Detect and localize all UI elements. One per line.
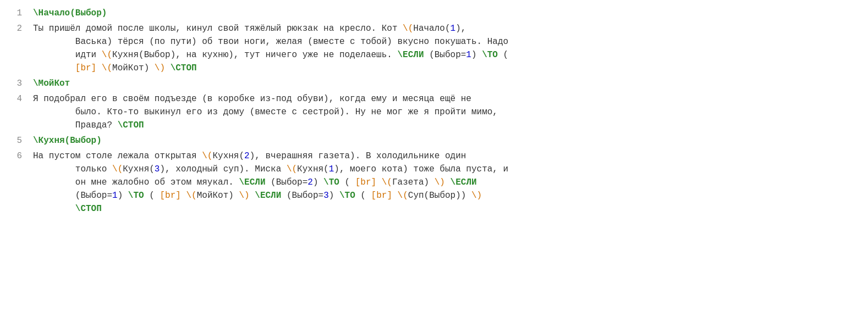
line-number: 2 bbox=[0, 22, 33, 35]
line-content: \Начало(Выбор) bbox=[33, 7, 868, 20]
code-editor: 1\Начало(Выбор)2Ты пришёл домой после шк… bbox=[0, 0, 868, 311]
line-number: 5 bbox=[0, 134, 33, 147]
line-number: 4 bbox=[0, 92, 33, 105]
line-number: 6 bbox=[0, 149, 33, 163]
line-number: 3 bbox=[0, 77, 33, 90]
table-row: 5\Кухня(Выбор) bbox=[0, 133, 868, 148]
line-content: \МойКот bbox=[33, 77, 868, 90]
table-row: 4Я подобрал его в своём подъезде (в коро… bbox=[0, 91, 868, 133]
line-content: Я подобрал его в своём подъезде (в короб… bbox=[33, 92, 868, 132]
line-content: Ты пришёл домой после школы, кинул свой … bbox=[33, 22, 868, 75]
table-row: 6На пустом столе лежала открытая \(Кухня… bbox=[0, 148, 868, 216]
line-number: 1 bbox=[0, 7, 33, 20]
table-row: 2Ты пришёл домой после школы, кинул свой… bbox=[0, 21, 868, 76]
line-content: \Кухня(Выбор) bbox=[33, 134, 868, 147]
line-content: На пустом столе лежала открытая \(Кухня(… bbox=[33, 149, 868, 215]
table-row: 3\МойКот bbox=[0, 76, 868, 91]
table-row: 1\Начало(Выбор) bbox=[0, 5, 868, 21]
